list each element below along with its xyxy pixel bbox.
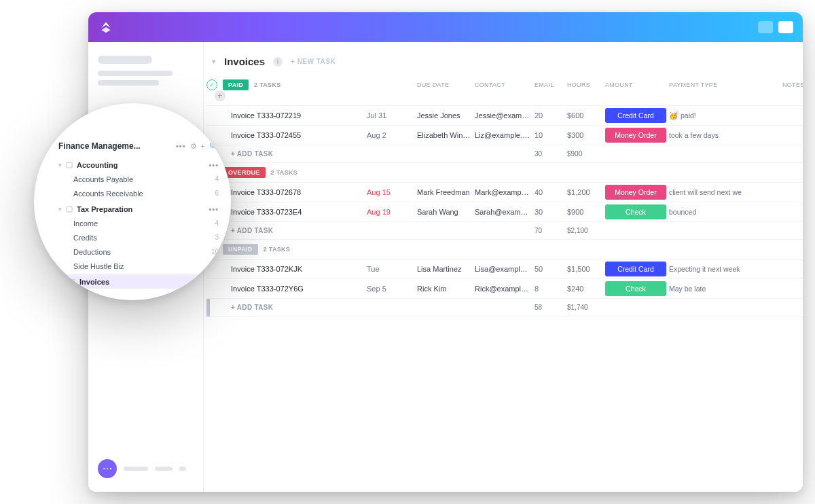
contact-email[interactable]: Rick@example.com: [475, 285, 535, 293]
invoice-name[interactable]: Invoice T333-0723E4: [231, 208, 367, 216]
sidebar-folder[interactable]: ▾▢Accounting •••: [58, 158, 219, 172]
sidebar-list-item[interactable]: Accounts Receivable6: [58, 186, 219, 200]
new-task-button[interactable]: + NEW TASK: [291, 58, 336, 65]
due-date[interactable]: Aug 19: [367, 208, 417, 216]
add-task-button[interactable]: + ADD TASK: [231, 304, 367, 311]
due-date[interactable]: Sep 5: [367, 285, 417, 293]
due-date[interactable]: Jul 31: [367, 111, 417, 120]
table-row[interactable]: Invoice T333-072678 Aug 15 Mark Freedman…: [206, 183, 803, 202]
window-maximize-icon[interactable]: [778, 21, 793, 33]
sidebar-list-item[interactable]: Deductions10: [58, 245, 219, 259]
amount-value[interactable]: $600: [567, 111, 605, 120]
payment-type-pill[interactable]: Credit Card: [605, 262, 666, 276]
notes-value[interactable]: 🥳paid!: [669, 111, 782, 120]
status-check-icon[interactable]: [206, 79, 217, 90]
task-count: 2 TASKS: [264, 246, 290, 253]
notes-value[interactable]: client will send next we: [669, 188, 782, 196]
subtotal-hours: 70: [535, 227, 567, 234]
notes-value[interactable]: took a few days: [669, 131, 782, 139]
info-icon[interactable]: i: [273, 57, 283, 67]
group-rows: Invoice T333-072678 Aug 15 Mark Freedman…: [206, 183, 803, 240]
group-subtotal: + ADD TASK 70 $2,100: [206, 222, 803, 240]
contact-name[interactable]: Sarah Wang: [417, 208, 475, 216]
task-count: 2 TASKS: [254, 82, 280, 88]
sidebar-list-item[interactable]: Income4: [58, 216, 219, 230]
notes-value[interactable]: Expecting it next week: [669, 265, 782, 273]
more-icon[interactable]: •••: [209, 205, 219, 213]
col-amount: AMOUNT: [605, 82, 669, 88]
more-icon[interactable]: •••: [209, 161, 219, 169]
window-minimize-icon[interactable]: [758, 21, 773, 33]
hours-value[interactable]: 20: [535, 111, 567, 120]
sidebar-list-item[interactable]: Accounts Payable4: [58, 172, 219, 186]
hours-value[interactable]: 30: [535, 208, 567, 216]
col-due-date: DUE DATE: [417, 82, 475, 88]
due-date[interactable]: Aug 15: [367, 188, 417, 196]
hours-value[interactable]: 50: [535, 265, 567, 273]
add-task-button[interactable]: + ADD TASK: [231, 150, 367, 158]
item-count: 3: [215, 234, 219, 241]
top-bar: [88, 12, 803, 42]
contact-name[interactable]: Elizabeth Wincheste: [417, 131, 475, 139]
payment-type-pill[interactable]: Money Order: [605, 185, 666, 200]
space-title[interactable]: Finance Manageme...: [58, 141, 141, 151]
invoice-name[interactable]: Invoice T333-072455: [231, 131, 367, 139]
hours-value[interactable]: 40: [535, 188, 567, 196]
sidebar-list-item[interactable]: Credits3: [58, 230, 219, 245]
contact-name[interactable]: Jessie Jones: [417, 111, 475, 120]
hours-value[interactable]: 10: [535, 131, 567, 139]
amount-value[interactable]: $300: [567, 131, 605, 139]
hours-value[interactable]: 8: [535, 285, 567, 293]
group-subtotal: + ADD TASK 58 $1,740: [206, 299, 803, 317]
invoice-name[interactable]: Invoice T333-072219: [231, 111, 367, 120]
amount-value[interactable]: $1,200: [567, 188, 605, 196]
invoice-name[interactable]: Invoice T333-072Y6G: [231, 285, 367, 293]
folder-icon: ▢: [69, 277, 75, 286]
notes-value[interactable]: bounced: [669, 208, 782, 216]
item-count: 6: [215, 190, 219, 197]
col-payment-type: PAYMENT TYPE: [669, 82, 782, 88]
table-row[interactable]: Invoice T333-072219 Jul 31 Jessie Jones …: [206, 106, 803, 126]
more-icon[interactable]: •••: [176, 142, 186, 151]
table-row[interactable]: Invoice T333-0723E4 Aug 19 Sarah Wang Sa…: [206, 202, 803, 222]
col-hours: HOURS: [567, 82, 605, 88]
contact-name[interactable]: Lisa Martinez: [417, 265, 475, 273]
payment-type-pill[interactable]: Check: [605, 204, 666, 219]
collapse-icon[interactable]: ▾: [212, 57, 216, 66]
invoice-name[interactable]: Invoice T333-072678: [231, 188, 367, 196]
contact-email[interactable]: Mark@example.com: [475, 188, 535, 196]
payment-type-pill[interactable]: Check: [605, 281, 666, 296]
group-header: PAID 2 TASKS DUE DATE CONTACT EMAIL HOUR…: [206, 75, 803, 106]
contact-email[interactable]: Liz@example.com: [475, 131, 535, 139]
add-task-button[interactable]: + ADD TASK: [231, 227, 367, 234]
table-row[interactable]: Invoice T333-072KJK Tue Lisa Martinez Li…: [206, 259, 803, 279]
contact-name[interactable]: Mark Freedman: [417, 188, 475, 196]
add-column-icon[interactable]: +: [215, 90, 225, 101]
status-pill[interactable]: OVERDUE: [223, 167, 266, 178]
payment-type-pill[interactable]: Money Order: [605, 128, 666, 143]
contact-email[interactable]: Sarah@example.com: [475, 208, 535, 216]
status-pill[interactable]: PAID: [223, 79, 249, 90]
gear-icon[interactable]: ⚙: [190, 142, 197, 151]
amount-value[interactable]: $240: [567, 285, 605, 293]
group-header: OVERDUE 2 TASKS: [206, 163, 803, 183]
due-date[interactable]: Aug 2: [367, 131, 417, 139]
contact-email[interactable]: Lisa@example.com: [475, 265, 535, 273]
chat-icon[interactable]: ⋯: [98, 459, 117, 478]
sidebar-list-item[interactable]: Side Hustle Biz6: [58, 259, 219, 273]
payment-type-pill[interactable]: Credit Card: [605, 108, 666, 123]
table-row[interactable]: Invoice T333-072455 Aug 2 Elizabeth Winc…: [206, 126, 803, 145]
table-row[interactable]: Invoice T333-072Y6G Sep 5 Rick Kim Rick@…: [206, 279, 803, 299]
contact-email[interactable]: Jessie@example.com: [475, 111, 535, 120]
contact-name[interactable]: Rick Kim: [417, 285, 475, 293]
subtotal-amount: $2,100: [567, 227, 605, 234]
due-date[interactable]: Tue: [367, 265, 417, 273]
status-pill[interactable]: UNPAID: [223, 244, 258, 255]
notes-value[interactable]: May be late: [669, 285, 782, 293]
amount-value[interactable]: $1,500: [567, 265, 605, 273]
plus-icon[interactable]: +: [201, 142, 205, 151]
sidebar-folder[interactable]: ▾▢Tax Preparation •••: [58, 202, 219, 216]
invoice-name[interactable]: Invoice T333-072KJK: [231, 265, 367, 273]
amount-value[interactable]: $900: [567, 208, 605, 216]
item-count: 4: [215, 175, 219, 183]
